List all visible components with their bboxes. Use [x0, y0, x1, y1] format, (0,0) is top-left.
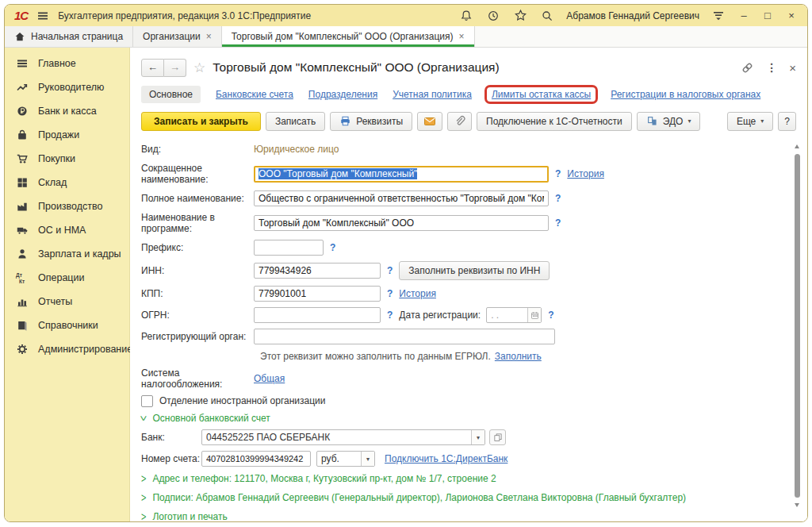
sidebar-item-warehouse[interactable]: Склад [5, 171, 129, 194]
sidebar-item-salary-hr[interactable]: Зарплата и кадры [5, 242, 129, 266]
foreign-branch-label: Отделение иностранной организации [159, 395, 325, 406]
sidebar-item-administration[interactable]: Администрирование [5, 337, 129, 361]
field-label: Сокращенное наименование: [141, 163, 254, 185]
calendar-icon[interactable] [527, 308, 541, 322]
close-form-icon[interactable]: × [789, 61, 796, 75]
more-menu-icon[interactable]: ⋮ [766, 61, 777, 74]
history-clock-icon [487, 10, 500, 22]
section-signatures[interactable]: > Подписи: Абрамов Геннадий Сергеевич (Г… [141, 491, 796, 504]
close-window-button[interactable]: × [785, 10, 798, 21]
sidebar-item-label: Администрирование [38, 344, 132, 355]
paperclip-icon [454, 115, 465, 127]
search-button[interactable] [539, 8, 555, 24]
reg-date-input[interactable]: . . [486, 307, 542, 323]
tab-bar: Начальная страница Организации × Торговы… [5, 26, 807, 48]
back-button[interactable]: ← [141, 59, 164, 77]
foreign-branch-checkbox[interactable] [141, 395, 153, 407]
chevron-down-icon[interactable]: ▾ [361, 452, 374, 466]
notifications-button[interactable] [458, 8, 474, 24]
sidebar-item-label: Операции [38, 272, 84, 283]
help-icon[interactable]: ? [330, 242, 335, 253]
nav-link-main[interactable]: Основное [141, 86, 201, 103]
current-user[interactable]: Абрамов Геннадий Сергеевич [566, 10, 699, 21]
fill-by-inn-button[interactable]: Заполнить реквизиты по ИНН [399, 261, 550, 280]
save-button[interactable]: Записать [266, 112, 325, 131]
sidebar-item-operations[interactable]: ДтКт Операции [5, 266, 129, 290]
bag-icon [16, 129, 29, 141]
tab-home[interactable]: Начальная страница [5, 26, 133, 47]
sidebar-item-directories[interactable]: Справочники [5, 314, 129, 337]
close-icon[interactable]: × [459, 31, 465, 42]
help-icon[interactable]: ? [555, 168, 561, 179]
close-icon[interactable]: × [206, 31, 212, 42]
attachments-button[interactable] [447, 112, 472, 131]
nav-link-tax-registrations[interactable]: Регистрации в налоговых органах [611, 89, 760, 100]
field-row-reg-organ: Регистрирующий орган: [141, 329, 796, 344]
bank-combo[interactable]: 044525225 ПАО СБЕРБАНК ▾ [201, 429, 485, 445]
nav-link-bank-accounts[interactable]: Банковские счета [216, 89, 293, 100]
tax-system-link[interactable]: Общая [254, 373, 285, 384]
short-name-input[interactable]: ООО "Торговый дом "Комплексный" [254, 166, 549, 183]
scroll-up-arrow-icon[interactable] [795, 144, 799, 148]
favorites-button[interactable] [512, 8, 528, 24]
sidebar-item-reports[interactable]: Отчеты [5, 290, 129, 314]
main-menu-button[interactable] [35, 8, 51, 24]
chevron-down-icon[interactable]: ▾ [471, 430, 485, 444]
nav-link-cash-limits[interactable]: Лимиты остатка кассы [492, 89, 591, 100]
prefix-input[interactable] [254, 240, 324, 256]
section-address-phone[interactable]: > Адрес и телефон: 121170, Москва г, Кут… [141, 472, 796, 485]
full-name-input[interactable] [254, 190, 549, 206]
account-number-input[interactable] [201, 451, 311, 467]
tab-organization-card[interactable]: Торговый дом "Комплексный" ООО (Организа… [222, 26, 475, 47]
field-label: Регистрирующий орган: [141, 331, 254, 342]
sidebar-item-main[interactable]: Главное [5, 52, 129, 75]
favorite-star-icon[interactable]: ☆ [193, 60, 205, 76]
inn-input[interactable] [254, 263, 381, 279]
connect-1c-reporting-button[interactable]: Подключение к 1С-Отчетности [477, 112, 632, 131]
kpp-history-link[interactable]: История [399, 288, 436, 299]
sidebar-item-bank-cash[interactable]: Банк и касса [5, 99, 129, 123]
scroll-down-arrow-icon[interactable] [795, 503, 799, 507]
nav-link-accounting-policy[interactable]: Учетная политика [393, 89, 472, 100]
help-icon[interactable]: ? [387, 310, 393, 321]
kpp-input[interactable] [254, 286, 381, 302]
maximize-button[interactable]: □ [761, 10, 774, 21]
help-icon[interactable]: ? [555, 193, 561, 204]
sidebar-item-purchases[interactable]: Покупки [5, 147, 129, 171]
service-menu-button[interactable] [710, 8, 726, 24]
nav-link-departments[interactable]: Подразделения [308, 89, 377, 100]
sidebar-item-sales[interactable]: Продажи [5, 123, 129, 147]
sidebar-item-production[interactable]: Производство [5, 194, 129, 218]
short-name-history-link[interactable]: История [567, 168, 604, 179]
help-icon[interactable]: ? [387, 288, 393, 299]
forward-button[interactable]: → [164, 59, 186, 77]
requisites-button[interactable]: Реквизиты [330, 112, 412, 131]
edo-button[interactable]: ЭДО ▾ [637, 112, 701, 131]
program-name-input[interactable] [254, 215, 549, 231]
trend-up-icon [16, 81, 29, 94]
reg-organ-input[interactable] [254, 329, 555, 344]
more-button[interactable]: Еще ▾ [727, 112, 773, 131]
directbank-link[interactable]: Подключить 1С:ДиректБанк [385, 453, 508, 464]
help-icon[interactable]: ? [387, 265, 393, 276]
send-email-button[interactable] [417, 112, 442, 131]
section-logo-stamp[interactable]: > Логотип и печать [141, 510, 796, 522]
field-row-foreign-branch: Отделение иностранной организации [141, 394, 796, 407]
egrul-fill-link[interactable]: Заполнить [495, 351, 542, 362]
history-button[interactable] [485, 8, 501, 24]
tab-organizations[interactable]: Организации × [133, 26, 222, 47]
minimize-button[interactable]: – [737, 10, 750, 21]
open-bank-button[interactable] [489, 429, 506, 445]
vertical-scrollbar[interactable] [795, 154, 800, 498]
ogrn-input[interactable] [254, 307, 381, 323]
help-icon[interactable]: ? [548, 310, 553, 321]
get-link-icon[interactable] [741, 61, 754, 75]
bank-section-header[interactable]: > Основной банковский счет [141, 412, 796, 425]
sidebar-item-manager[interactable]: Руководителю [5, 75, 129, 99]
currency-combo[interactable]: руб. ▾ [316, 451, 375, 467]
save-and-close-button[interactable]: Записать и закрыть [141, 112, 261, 131]
help-button[interactable]: ? [778, 112, 796, 131]
sidebar-item-fixed-assets[interactable]: ОС и НМА [5, 218, 129, 242]
field-label: Система налогообложения: [141, 367, 254, 390]
help-icon[interactable]: ? [555, 217, 561, 229]
